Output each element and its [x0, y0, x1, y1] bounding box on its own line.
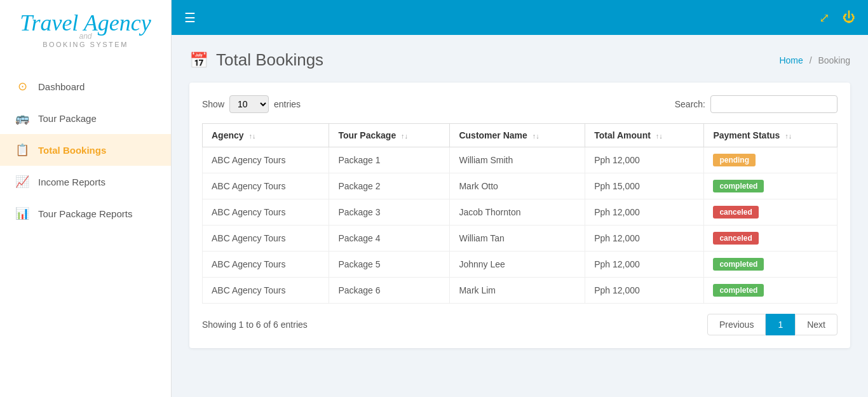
bookings-table: Agency ↑↓ Tour Package ↑↓ Customer Name … — [202, 123, 837, 304]
sidebar-item-tour-package-reports[interactable]: 📊 Tour Package Reports — [0, 198, 171, 229]
menu-toggle-icon[interactable]: ☰ — [184, 10, 196, 25]
cell-tour-package-3: Package 4 — [329, 225, 450, 252]
sidebar-item-total-bookings[interactable]: 📋 Total Bookings — [0, 134, 171, 166]
col-agency[interactable]: Agency ↑↓ — [203, 124, 329, 147]
topbar: ☰ ⤢ ⏻ — [172, 0, 868, 35]
status-badge-3: canceled — [713, 232, 758, 245]
income-icon: 📈 — [15, 175, 29, 189]
col-tour-package[interactable]: Tour Package ↑↓ — [329, 124, 450, 147]
status-badge-1: completed — [713, 180, 764, 192]
cell-customer-name-2: Jacob Thornton — [450, 199, 585, 225]
col-total-amount[interactable]: Total Amount ↑↓ — [585, 124, 704, 147]
logo-subtitle: BOOKING SYSTEM — [20, 41, 151, 48]
sidebar-item-label-tour-package: Tour Package — [38, 113, 97, 124]
cell-total-amount-4: Pph 12,000 — [585, 252, 704, 278]
cell-payment-status-2: canceled — [704, 199, 837, 225]
sidebar-item-label-tour-package-reports: Tour Package Reports — [38, 208, 132, 219]
cell-tour-package-4: Package 5 — [329, 252, 450, 278]
cell-agency-1: ABC Agency Tours — [203, 173, 329, 199]
cell-total-amount-2: Pph 12,000 — [585, 199, 704, 225]
main-content: ☰ ⤢ ⏻ 📅 Total Bookings Home / Booking — [172, 0, 868, 397]
cell-tour-package-2: Package 3 — [329, 199, 450, 225]
dashboard-icon: ⊙ — [15, 79, 29, 93]
sidebar-item-income-reports[interactable]: 📈 Income Reports — [0, 166, 171, 198]
logo: Travel Agency and BOOKING SYSTEM — [20, 11, 151, 48]
search-label: Search: — [675, 99, 705, 109]
entries-select[interactable]: 10 25 50 100 — [229, 95, 269, 113]
table-card: Show 10 25 50 100 entries Search: — [189, 83, 850, 348]
table-row: ABC Agency Tours Package 1 William Smith… — [203, 147, 837, 173]
sort-tour-icon: ↑↓ — [401, 132, 408, 140]
page-title: 📅 Total Bookings — [189, 50, 323, 70]
topbar-right: ⤢ ⏻ — [819, 10, 855, 25]
breadcrumb-separator: / — [810, 55, 812, 65]
cell-payment-status-3: canceled — [704, 225, 837, 252]
cell-payment-status-1: completed — [704, 173, 837, 199]
bus-icon: 🚌 — [15, 111, 29, 125]
cell-tour-package-5: Package 6 — [329, 278, 450, 304]
col-customer-name[interactable]: Customer Name ↑↓ — [450, 124, 585, 147]
col-payment-status[interactable]: Payment Status ↑↓ — [704, 124, 837, 147]
cell-payment-status-4: completed — [704, 252, 837, 278]
next-button[interactable]: Next — [795, 314, 837, 335]
sidebar-item-label-total-bookings: Total Bookings — [38, 145, 106, 156]
table-controls: Show 10 25 50 100 entries Search: — [202, 95, 837, 113]
sidebar-item-label-income-reports: Income Reports — [38, 177, 105, 187]
previous-button[interactable]: Previous — [707, 314, 766, 335]
cell-customer-name-5: Mark Lim — [450, 278, 585, 304]
sort-status-icon: ↑↓ — [785, 132, 792, 140]
sidebar: Travel Agency and BOOKING SYSTEM ⊙ Dashb… — [0, 0, 172, 397]
table-row: ABC Agency Tours Package 6 Mark Lim Pph … — [203, 278, 837, 304]
page-title-text: Total Bookings — [216, 50, 323, 70]
entries-label: entries — [274, 99, 301, 109]
cell-total-amount-5: Pph 12,000 — [585, 278, 704, 304]
sort-agency-icon: ↑↓ — [248, 132, 255, 140]
status-badge-0: pending — [713, 154, 756, 166]
breadcrumb: Home / Booking — [779, 55, 850, 65]
cell-total-amount-3: Pph 12,000 — [585, 225, 704, 252]
search-input[interactable] — [710, 95, 837, 113]
sidebar-item-dashboard[interactable]: ⊙ Dashboard — [0, 71, 171, 102]
reports-icon: 📊 — [15, 206, 29, 220]
search-box: Search: — [675, 95, 837, 113]
pagination: Previous 1 Next — [707, 314, 837, 335]
table-footer: Showing 1 to 6 of 6 entries Previous 1 N… — [202, 314, 837, 335]
content-area: 📅 Total Bookings Home / Booking Show 10 … — [172, 35, 868, 397]
page-header: 📅 Total Bookings Home / Booking — [189, 50, 850, 70]
sort-customer-icon: ↑↓ — [532, 132, 539, 140]
status-badge-2: canceled — [713, 206, 758, 219]
cell-payment-status-0: pending — [704, 147, 837, 173]
sort-amount-icon: ↑↓ — [656, 132, 663, 140]
page-1-button[interactable]: 1 — [766, 314, 795, 335]
logo-travel: Travel Agency — [20, 11, 151, 34]
cell-agency-4: ABC Agency Tours — [203, 252, 329, 278]
status-badge-4: completed — [713, 258, 764, 271]
table-row: ABC Agency Tours Package 5 Johnny Lee Pp… — [203, 252, 837, 278]
cell-customer-name-0: William Smith — [450, 147, 585, 173]
breadcrumb-current: Booking — [818, 55, 850, 65]
table-header-row: Agency ↑↓ Tour Package ↑↓ Customer Name … — [203, 124, 837, 147]
cell-agency-0: ABC Agency Tours — [203, 147, 329, 173]
bookings-icon: 📋 — [15, 143, 29, 157]
cell-customer-name-3: William Tan — [450, 225, 585, 252]
fullscreen-icon[interactable]: ⤢ — [819, 10, 830, 25]
cell-total-amount-0: Pph 12,000 — [585, 147, 704, 173]
cell-agency-2: ABC Agency Tours — [203, 199, 329, 225]
logo-area: Travel Agency and BOOKING SYSTEM — [0, 0, 171, 58]
power-icon[interactable]: ⏻ — [843, 10, 855, 25]
cell-customer-name-1: Mark Otto — [450, 173, 585, 199]
cell-tour-package-0: Package 1 — [329, 147, 450, 173]
topbar-left: ☰ — [184, 10, 196, 25]
sidebar-nav: ⊙ Dashboard 🚌 Tour Package 📋 Total Booki… — [0, 58, 171, 397]
table-row: ABC Agency Tours Package 2 Mark Otto Pph… — [203, 173, 837, 199]
show-label: Show — [202, 99, 224, 109]
show-entries: Show 10 25 50 100 entries — [202, 95, 301, 113]
sidebar-item-tour-package[interactable]: 🚌 Tour Package — [0, 102, 171, 134]
cell-payment-status-5: completed — [704, 278, 837, 304]
table-body: ABC Agency Tours Package 1 William Smith… — [203, 147, 837, 304]
cell-tour-package-1: Package 2 — [329, 173, 450, 199]
showing-text: Showing 1 to 6 of 6 entries — [202, 320, 308, 330]
breadcrumb-home[interactable]: Home — [779, 55, 803, 65]
calendar-icon: 📅 — [189, 51, 208, 69]
table-row: ABC Agency Tours Package 3 Jacob Thornto… — [203, 199, 837, 225]
